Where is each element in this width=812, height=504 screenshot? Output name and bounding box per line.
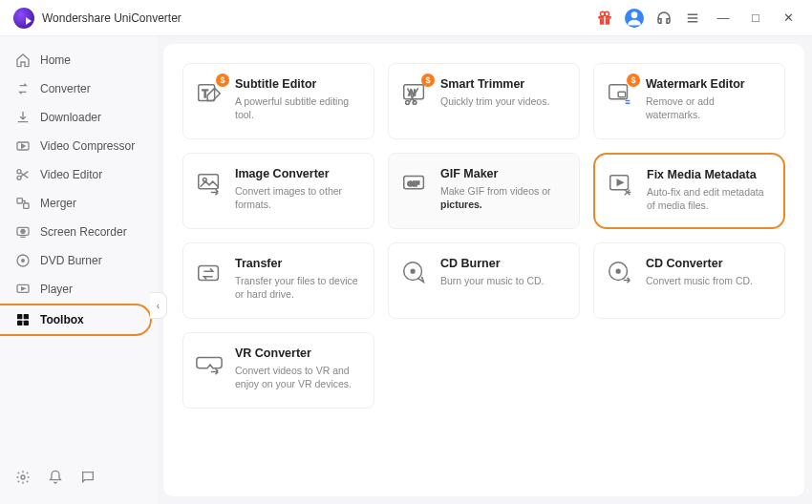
settings-icon[interactable] (15, 470, 31, 485)
image-converter-icon (195, 169, 224, 198)
sidebar-item-home[interactable]: Home (0, 46, 158, 74)
titlebar: Wondershare UniConverter — □ ✕ (0, 0, 812, 36)
svg-point-26 (21, 475, 25, 479)
scissors-icon (15, 167, 31, 182)
svg-point-19 (22, 260, 25, 262)
sidebar-item-editor[interactable]: Video Editor (0, 160, 158, 189)
card-desc: Burn your music to CD. (440, 274, 545, 287)
card-smart-trimmer[interactable]: AI $ Smart Trimmer Quickly trim your vid… (388, 63, 580, 139)
notifications-icon[interactable] (48, 470, 63, 485)
app-title: Wondershare UniConverter (42, 11, 182, 25)
support-icon[interactable] (655, 10, 673, 27)
download-icon (15, 110, 31, 125)
card-image-converter[interactable]: Image Converter Convert images to other … (182, 153, 374, 229)
titlebar-left: Wondershare UniConverter (13, 8, 182, 29)
card-desc: Convert music from CD. (646, 274, 753, 287)
cd-converter-icon (606, 259, 634, 287)
card-watermark-editor[interactable]: $ Watermark Editor Remove or add waterma… (593, 63, 785, 139)
svg-marker-10 (22, 144, 25, 148)
tool-grid: T $ Subtitle Editor A powerful subtitle … (182, 63, 785, 409)
card-title: Fix Media Metadata (647, 168, 770, 181)
svg-rect-22 (17, 314, 22, 319)
watermark-icon: $ (606, 79, 634, 108)
maximize-button[interactable]: □ (745, 10, 766, 25)
svg-rect-25 (24, 321, 29, 326)
svg-marker-21 (22, 287, 25, 290)
sidebar-bottom (0, 460, 158, 494)
sidebar-item-converter[interactable]: Converter (0, 74, 158, 103)
sidebar-item-label: Player (40, 283, 73, 296)
sidebar-item-recorder[interactable]: Screen Recorder (0, 218, 158, 246)
card-gif-maker[interactable]: GIF GIF Maker Make GIF from videos or pi… (388, 153, 580, 229)
sidebar-item-dvd[interactable]: DVD Burner (0, 246, 158, 275)
svg-point-4 (605, 11, 609, 16)
recorder-icon (15, 224, 31, 240)
transfer-icon (195, 259, 224, 287)
compressor-icon (15, 138, 31, 154)
sidebar-item-player[interactable]: Player (0, 275, 158, 304)
sidebar-item-downloader[interactable]: Downloader (0, 103, 158, 132)
card-title: Watermark Editor (646, 77, 771, 91)
smart-trimmer-icon: AI $ (400, 79, 429, 108)
sidebar-item-compressor[interactable]: Video Compressor (0, 132, 158, 160)
card-cd-burner[interactable]: CD Burner Burn your music to CD. (388, 242, 580, 319)
card-desc: Auto-fix and edit metadata of media file… (647, 185, 770, 212)
card-subtitle-editor[interactable]: T $ Subtitle Editor A powerful subtitle … (182, 63, 374, 139)
card-title: Subtitle Editor (235, 77, 360, 91)
titlebar-right: — □ ✕ (596, 9, 799, 28)
card-vr-converter[interactable]: VR Converter Convert videos to VR and en… (182, 332, 374, 409)
svg-point-11 (17, 170, 21, 174)
metadata-icon (607, 170, 635, 199)
menu-icon[interactable] (684, 10, 701, 27)
gift-icon[interactable] (596, 10, 613, 27)
svg-point-12 (17, 176, 21, 179)
feedback-icon[interactable] (80, 470, 96, 485)
price-badge: $ (216, 74, 229, 87)
card-desc: Make GIF from videos or pictures. (440, 184, 566, 211)
sidebar: Home Converter Downloader Video Compress… (0, 36, 158, 504)
main-content: T $ Subtitle Editor A powerful subtitle … (163, 44, 804, 496)
sidebar-item-label: DVD Burner (40, 254, 102, 267)
svg-point-31 (406, 101, 410, 105)
svg-rect-24 (17, 321, 22, 326)
card-fix-metadata[interactable]: Fix Media Metadata Auto-fix and edit met… (593, 153, 785, 229)
price-badge: $ (627, 74, 640, 87)
sidebar-collapse-button[interactable]: ‹ (150, 292, 167, 319)
svg-rect-2 (604, 15, 606, 24)
app-body: Home Converter Downloader Video Compress… (0, 36, 812, 504)
sidebar-item-label: Screen Recorder (40, 225, 127, 239)
toolbox-icon (15, 312, 31, 327)
minimize-button[interactable]: — (713, 10, 734, 25)
card-desc: Convert videos to VR and enjoy on your V… (235, 364, 360, 390)
app-logo-icon (13, 8, 34, 29)
card-title: Image Converter (235, 167, 360, 180)
card-title: CD Burner (440, 257, 545, 270)
sidebar-item-label: Video Compressor (40, 139, 135, 153)
svg-rect-14 (24, 203, 29, 208)
close-button[interactable]: ✕ (778, 10, 799, 25)
account-avatar-icon[interactable] (625, 9, 644, 28)
merger-icon (15, 196, 31, 211)
card-cd-converter[interactable]: CD Converter Convert music from CD. (593, 242, 785, 319)
subtitle-editor-icon: T $ (195, 79, 224, 108)
card-desc: Quickly trim your videos. (440, 94, 549, 108)
sidebar-item-label: Downloader (40, 111, 101, 124)
home-icon (15, 52, 31, 68)
dvd-icon (15, 253, 31, 268)
svg-text:GIF: GIF (408, 179, 420, 188)
card-desc: Remove or add watermarks. (646, 94, 771, 121)
svg-rect-13 (17, 199, 22, 203)
card-desc: Transfer your files to device or hard dr… (235, 274, 360, 301)
card-title: Smart Trimmer (440, 77, 549, 91)
sidebar-item-merger[interactable]: Merger (0, 189, 158, 218)
converter-icon (15, 81, 31, 96)
sidebar-item-toolbox[interactable]: Toolbox (0, 304, 152, 336)
card-transfer[interactable]: Transfer Transfer your files to device o… (182, 242, 374, 319)
player-icon (15, 282, 31, 297)
svg-rect-41 (199, 266, 219, 281)
svg-rect-34 (618, 92, 626, 97)
svg-rect-23 (24, 314, 29, 319)
sidebar-item-label: Home (40, 53, 71, 67)
svg-point-43 (411, 269, 415, 273)
card-desc: A powerful subtitle editing tool. (235, 94, 360, 121)
